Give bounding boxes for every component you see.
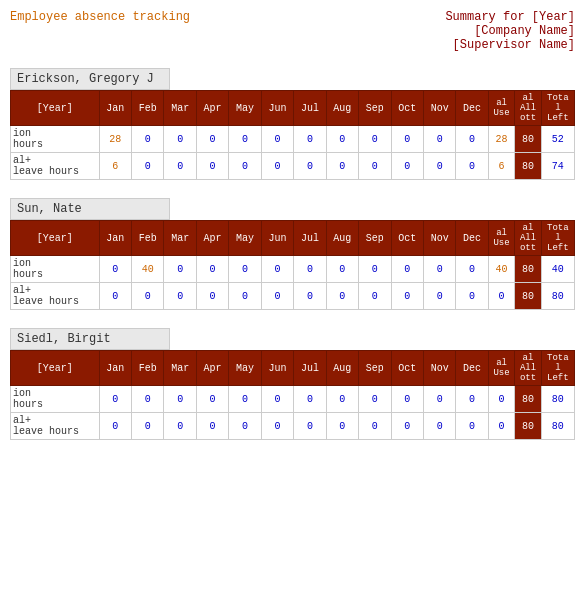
col-month: May (229, 221, 261, 256)
total-cell: 74 (541, 153, 574, 180)
table-row: al+leave hours60000000000068074 (11, 153, 575, 180)
cell-value: 0 (359, 126, 391, 153)
page-header: Employee absence tracking Summary for [Y… (10, 10, 575, 52)
supervisor-name: [Supervisor Name] (445, 38, 575, 52)
row-label: al+leave hours (11, 413, 100, 440)
cell-value: 0 (359, 153, 391, 180)
cell-value: 0 (196, 126, 228, 153)
cell-value: 0 (326, 126, 358, 153)
col-month: Apr (196, 351, 228, 386)
cell-value: 0 (261, 386, 293, 413)
total-cell: 52 (541, 126, 574, 153)
col-month: Sep (359, 91, 391, 126)
total-cell: 0 (488, 283, 514, 310)
col-month: Mar (164, 351, 196, 386)
table-row: ionhours0400000000000408040 (11, 256, 575, 283)
total-cell: 80 (515, 386, 541, 413)
cell-value: 6 (99, 153, 131, 180)
col-month: Jun (261, 221, 293, 256)
company-name: [Company Name] (445, 24, 575, 38)
row-label: ionhours (11, 126, 100, 153)
total-cell: 80 (515, 413, 541, 440)
cell-value: 0 (359, 386, 391, 413)
cell-value: 0 (326, 386, 358, 413)
cell-value: 0 (196, 413, 228, 440)
col-month: Dec (456, 221, 488, 256)
cell-value: 0 (391, 283, 423, 310)
col-month: Feb (132, 351, 164, 386)
cell-value: 0 (261, 256, 293, 283)
total-cell: 80 (515, 283, 541, 310)
col-month: Jan (99, 221, 131, 256)
cell-value: 0 (132, 386, 164, 413)
col-month: Sep (359, 221, 391, 256)
cell-value: 0 (164, 126, 196, 153)
col-month: Feb (132, 91, 164, 126)
cell-value: 0 (229, 386, 261, 413)
cell-value: 0 (99, 413, 131, 440)
table-row: al+leave hours00000000000008080 (11, 283, 575, 310)
col-month: Jul (294, 221, 326, 256)
col-month: Jul (294, 91, 326, 126)
employee-name-2: Siedl, Birgit (10, 328, 170, 350)
employees-container: Erickson, Gregory J[Year]JanFebMarAprMay… (10, 68, 575, 440)
cell-value: 0 (423, 256, 455, 283)
cell-value: 0 (229, 413, 261, 440)
cell-value: 0 (99, 256, 131, 283)
col-last-0: alUse (488, 351, 514, 386)
total-cell: 40 (488, 256, 514, 283)
page-title: Employee absence tracking (10, 10, 190, 52)
col-month: Apr (196, 221, 228, 256)
cell-value: 0 (196, 256, 228, 283)
col-month: Feb (132, 221, 164, 256)
col-month: Jan (99, 91, 131, 126)
table-row: ionhours00000000000008080 (11, 386, 575, 413)
cell-value: 0 (326, 153, 358, 180)
cell-value: 0 (456, 413, 488, 440)
cell-value: 0 (229, 256, 261, 283)
col-month: Jun (261, 351, 293, 386)
cell-value: 0 (359, 256, 391, 283)
total-cell: 0 (488, 413, 514, 440)
cell-value: 0 (196, 153, 228, 180)
col-month: Nov (423, 351, 455, 386)
col-month: Apr (196, 91, 228, 126)
col-month: Nov (423, 221, 455, 256)
cell-value: 0 (391, 413, 423, 440)
table-row: al+leave hours00000000000008080 (11, 413, 575, 440)
col-month: Oct (391, 221, 423, 256)
cell-value: 0 (456, 153, 488, 180)
cell-value: 0 (391, 153, 423, 180)
col-month: Jul (294, 351, 326, 386)
cell-value: 0 (456, 126, 488, 153)
col-last-1: alAllott (515, 351, 541, 386)
cell-value: 0 (132, 126, 164, 153)
col-month: Nov (423, 91, 455, 126)
col-last-2: TotalLeft (541, 91, 574, 126)
cell-value: 0 (196, 386, 228, 413)
total-cell: 40 (541, 256, 574, 283)
col-year: [Year] (11, 91, 100, 126)
col-month: Dec (456, 351, 488, 386)
col-month: Jun (261, 91, 293, 126)
total-cell: 6 (488, 153, 514, 180)
cell-value: 0 (261, 153, 293, 180)
cell-value: 0 (164, 386, 196, 413)
cell-value: 0 (456, 283, 488, 310)
col-month: Oct (391, 91, 423, 126)
cell-value: 0 (423, 126, 455, 153)
summary-block: Summary for [Year] [Company Name] [Super… (445, 10, 575, 52)
col-month: Aug (326, 221, 358, 256)
cell-value: 0 (294, 256, 326, 283)
cell-value: 0 (164, 153, 196, 180)
total-cell: 80 (515, 153, 541, 180)
cell-value: 28 (99, 126, 131, 153)
cell-value: 0 (391, 256, 423, 283)
col-year: [Year] (11, 351, 100, 386)
cell-value: 0 (423, 153, 455, 180)
total-cell: 80 (541, 413, 574, 440)
cell-value: 0 (294, 153, 326, 180)
cell-value: 0 (456, 256, 488, 283)
cell-value: 0 (132, 153, 164, 180)
row-label: ionhours (11, 256, 100, 283)
